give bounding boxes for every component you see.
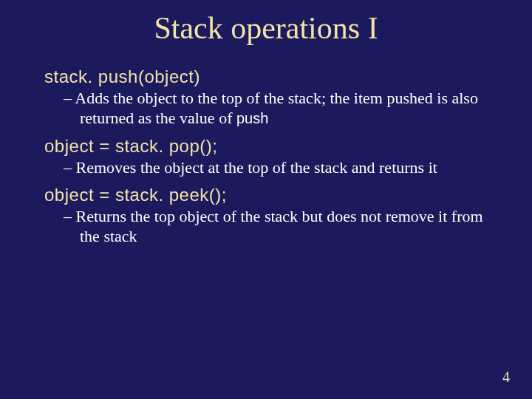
operation-description: – Removes the object at the top of the s… — [64, 158, 483, 178]
slide-title: Stack operations I — [0, 0, 532, 66]
slide-content: stack. push(object) – Adds the object to… — [0, 66, 532, 247]
operation-signature: object = stack. peek(); — [44, 185, 483, 205]
page-number: 4 — [502, 369, 510, 386]
description-text: Returns the top object of the stack but … — [76, 207, 483, 245]
slide: Stack operations I stack. push(object) –… — [0, 0, 532, 399]
bullet-dash: – — [64, 207, 76, 225]
operation-signature: object = stack. pop(); — [44, 136, 483, 157]
inline-code: push — [236, 110, 268, 126]
description-text: Removes the object at the top of the sta… — [76, 158, 437, 177]
description-text: Adds the object to the top of the stack;… — [75, 89, 478, 127]
bullet-dash: – — [64, 89, 75, 107]
operation-description: – Adds the object to the top of the stac… — [64, 89, 483, 129]
operation-signature: stack. push(object) — [44, 66, 483, 87]
operation-description: – Returns the top object of the stack bu… — [64, 207, 483, 247]
bullet-dash: – — [64, 158, 76, 177]
